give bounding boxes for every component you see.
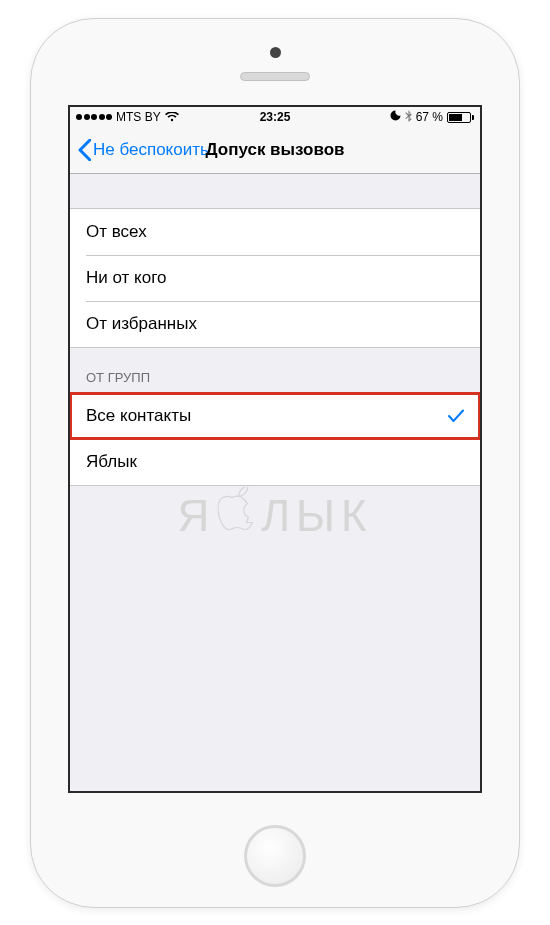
chevron-left-icon <box>78 139 91 161</box>
status-left: MTS BY <box>76 110 179 124</box>
status-time: 23:25 <box>260 110 291 124</box>
apple-icon <box>217 487 259 545</box>
status-bar: MTS BY 23:25 67 % <box>70 107 480 128</box>
row-label: От избранных <box>86 314 197 334</box>
checkmark-icon <box>448 409 464 423</box>
wifi-icon <box>165 112 179 122</box>
battery-icon <box>447 112 474 123</box>
groups-list: Все контакты Яблык <box>70 392 480 486</box>
back-label: Не беспокоить <box>93 140 209 160</box>
bluetooth-icon <box>405 110 412 125</box>
option-everyone[interactable]: От всех <box>70 209 480 255</box>
page-title: Допуск вызовов <box>205 140 344 160</box>
row-label: Яблык <box>86 452 137 472</box>
phone-frame: MTS BY 23:25 67 % <box>30 18 520 908</box>
option-no-one[interactable]: Ни от кого <box>70 255 480 301</box>
watermark: Я ЛЫК <box>177 487 372 545</box>
back-button[interactable]: Не беспокоить <box>78 139 209 161</box>
row-label: От всех <box>86 222 147 242</box>
row-label: Ни от кого <box>86 268 166 288</box>
camera-dot <box>270 47 281 58</box>
carrier-label: MTS BY <box>116 110 161 124</box>
watermark-text-right: ЛЫК <box>261 491 372 541</box>
option-all-contacts[interactable]: Все контакты <box>70 393 480 439</box>
watermark-text-left: Я <box>177 491 215 541</box>
do-not-disturb-icon <box>390 110 401 124</box>
status-right: 67 % <box>390 110 474 125</box>
allow-calls-list: От всех Ни от кого От избранных <box>70 208 480 348</box>
home-button[interactable] <box>244 825 306 887</box>
content-area: От всех Ни от кого От избранных ОТ ГРУПП… <box>70 174 480 486</box>
navigation-bar: Не беспокоить Допуск вызовов <box>70 128 480 174</box>
section-header-groups: ОТ ГРУПП <box>70 348 480 392</box>
screen: MTS BY 23:25 67 % <box>68 105 482 793</box>
speaker-grille <box>240 72 310 81</box>
row-label: Все контакты <box>86 406 191 426</box>
option-group-yablyk[interactable]: Яблык <box>70 439 480 485</box>
option-favorites[interactable]: От избранных <box>70 301 480 347</box>
battery-percent: 67 % <box>416 110 443 124</box>
signal-strength-icon <box>76 114 112 120</box>
